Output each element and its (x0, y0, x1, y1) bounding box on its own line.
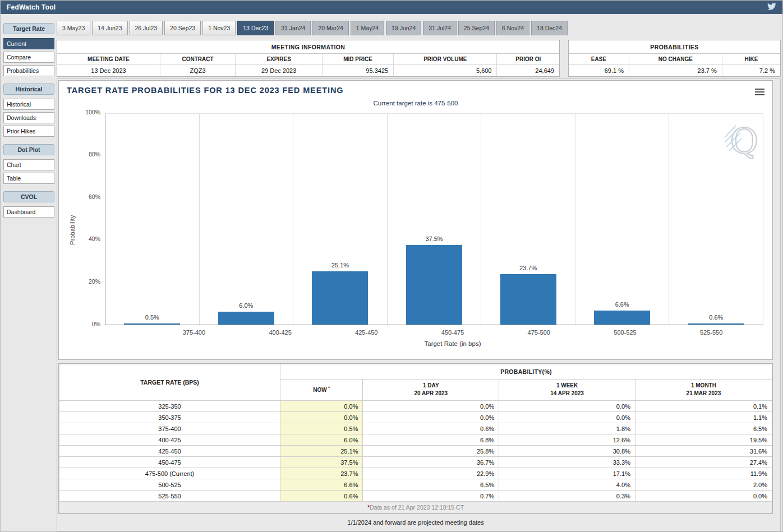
meeting-info-header-prior-volume: PRIOR VOLUME (394, 54, 497, 65)
tab-13-dec23[interactable]: 13 Dec23 (237, 21, 274, 35)
table-row-525-550: 525-5500.6%0.7%0.3%0.0% (59, 491, 772, 502)
tab-19-jun24[interactable]: 19 Jun24 (386, 21, 421, 35)
probabilities-value-no-change: 23.7 % (629, 65, 722, 77)
y-tick-40: 40% (89, 235, 100, 243)
x-tick-400-425: 400-425 (237, 329, 324, 336)
probability-cell: 0.7% (363, 491, 499, 502)
table-row-375-400: 375-4000.5%0.6%1.8%6.5% (59, 423, 772, 434)
tab-25-sep24[interactable]: 25 Sep24 (458, 21, 495, 35)
data-as-of-row: *Data as of 21 Apr 2023 12:18:15 CT (59, 502, 772, 514)
rate-cell: 450-475 (59, 457, 280, 468)
bar-value-label: 6.0% (200, 302, 293, 309)
plot-column-525-550: 0.6% (669, 114, 763, 325)
content-box: TARGET RATE PROBABILITIES FOR 13 DEC 202… (57, 78, 781, 531)
bar-value-label: 6.6% (575, 301, 669, 308)
x-tick-525-550: 525-550 (668, 329, 754, 336)
table-row-475-500-current: 475-500 (Current)23.7%22.9%17.1%11.9% (59, 468, 772, 479)
probability-cell: 0.0% (499, 412, 635, 423)
probabilities-value-ease: 69.1 % (569, 65, 629, 77)
tab-1-may24[interactable]: 1 May24 (351, 21, 384, 35)
probabilities-title: PROBABILITIES (569, 40, 780, 53)
probabilities-table: EASENO CHANGEHIKE 69.1 %23.7 %7.2 % (569, 53, 780, 76)
tab-20-mar24[interactable]: 20 Mar24 (312, 21, 348, 35)
probability-cell: 0.0% (280, 401, 363, 412)
table-row-400-425: 400-4256.0%6.8%12.6%19.5% (59, 434, 772, 446)
y-tick-80: 80% (89, 151, 100, 158)
x-tick-375-400: 375-400 (151, 329, 237, 336)
tab-31-jan24[interactable]: 31 Jan24 (275, 21, 311, 35)
table-row-500-525: 500-5256.6%6.5%4.0%2.0% (59, 479, 772, 491)
sidebar-item-current[interactable]: Current (3, 38, 54, 49)
probabilities-panel: PROBABILITIES EASENO CHANGEHIKE 69.1 %23… (568, 40, 781, 77)
rate-cell: 400-425 (59, 434, 280, 446)
chart-header: TARGET RATE PROBABILITIES FOR 13 DEC 202… (59, 81, 772, 98)
x-axis-labels: 375-400400-425425-450450-475475-500500-5… (151, 329, 754, 336)
tab-20-sep23[interactable]: 20 Sep23 (164, 21, 201, 35)
sidebar-item-historical[interactable]: Historical (3, 99, 54, 110)
probability-cell: 0.3% (499, 491, 635, 502)
bar-400-425 (218, 312, 274, 325)
probability-cell: 0.6% (363, 423, 499, 434)
probability-cell: 0.1% (635, 401, 772, 412)
top-bar: FedWatch Tool (1, 1, 782, 14)
meeting-info-header-prior-oi: PRIOR OI (497, 54, 559, 65)
meeting-info-value-contract: ZQZ3 (160, 65, 235, 77)
meeting-date-tabs: 3 May2314 Jun2326 Jul2320 Sep231 Nov2313… (57, 21, 781, 35)
meeting-info-value-mid-price: 95.3425 (323, 65, 394, 77)
meeting-info-value-prior-oi: 24,649 (497, 65, 559, 77)
probability-cell: 12.6% (499, 434, 635, 446)
meeting-info-value-prior-volume: 5,600 (394, 65, 497, 77)
x-tick-450-475: 450-475 (409, 329, 496, 336)
rate-cell: 500-525 (59, 479, 280, 491)
probability-cell: 0.5% (280, 423, 363, 434)
probability-cell: 23.7% (280, 468, 363, 479)
meeting-info-header-expires: EXPIRES (236, 54, 323, 65)
plot-column-375-400: 0.5% (105, 114, 200, 325)
rate-cell: 425-450 (59, 446, 280, 457)
column-header-date: 20 APR 2023 (363, 390, 499, 397)
plot-column-400-425: 6.0% (200, 114, 294, 325)
sidebar-section-target-rate: Target Rate (3, 23, 54, 34)
column-header-1-day: 1 DAY20 APR 2023 (363, 380, 499, 401)
probability-cell: 4.0% (499, 479, 635, 491)
probabilities-value-hike: 7.2 % (722, 65, 780, 77)
bar-525-550 (688, 323, 744, 325)
sidebar-item-compare[interactable]: Compare (3, 52, 54, 63)
tab-6-nov24[interactable]: 6 Nov24 (496, 21, 529, 35)
column-header-1-week: 1 WEEK14 APR 2023 (499, 380, 635, 401)
tab-26-jul23[interactable]: 26 Jul23 (130, 21, 163, 35)
footnote-marker: * (327, 385, 330, 391)
table-row-450-475: 450-47537.5%36.7%33.3%27.4% (59, 457, 772, 468)
column-header-date: 14 APR 2023 (499, 390, 635, 397)
tab-14-jun23[interactable]: 14 Jun23 (92, 21, 127, 35)
sidebar-item-table[interactable]: Table (3, 173, 54, 184)
probability-cell: 17.1% (499, 468, 635, 479)
column-header-label: 1 DAY (423, 382, 439, 388)
sidebar-item-probabilities[interactable]: Probabilities (3, 65, 54, 76)
column-header-1-month: 1 MONTH21 MAR 2023 (635, 380, 772, 401)
y-tick-20: 20% (89, 278, 100, 285)
tab-18-dec24[interactable]: 18 Dec24 (531, 21, 568, 35)
probability-cell: 33.3% (499, 457, 635, 468)
tab-3-may23[interactable]: 3 May23 (57, 21, 90, 35)
probability-cell: 0.0% (363, 401, 499, 412)
sidebar-item-downloads[interactable]: Downloads (3, 112, 54, 123)
probability-cell: 0.0% (499, 401, 635, 412)
tab-1-nov23[interactable]: 1 Nov23 (202, 21, 236, 35)
meeting-info-title: MEETING INFORMATION (57, 40, 559, 53)
y-tick-100: 100% (85, 109, 100, 116)
probability-cell: 6.5% (363, 479, 499, 491)
target-rate-column-header: TARGET RATE (BPS) (59, 364, 280, 401)
rate-cell: 375-400 (59, 423, 280, 434)
sidebar-item-chart[interactable]: Chart (3, 159, 54, 170)
plot-column-425-450: 25.1% (293, 114, 388, 325)
sidebar-item-prior-hikes[interactable]: Prior Hikes (3, 126, 54, 137)
tab-31-jul24[interactable]: 31 Jul24 (423, 21, 457, 35)
probability-cell: 31.6% (635, 446, 772, 457)
hamburger-menu-icon[interactable] (754, 86, 766, 98)
sidebar-item-dashboard[interactable]: Dashboard (3, 206, 54, 218)
chart-subtitle: Current target rate is 475-500 (59, 100, 772, 107)
main-content: 3 May2314 Jun2326 Jul2320 Sep231 Nov2313… (57, 21, 781, 531)
meeting-info-header-meeting-date: MEETING DATE (57, 54, 160, 65)
twitter-icon[interactable] (767, 3, 776, 11)
